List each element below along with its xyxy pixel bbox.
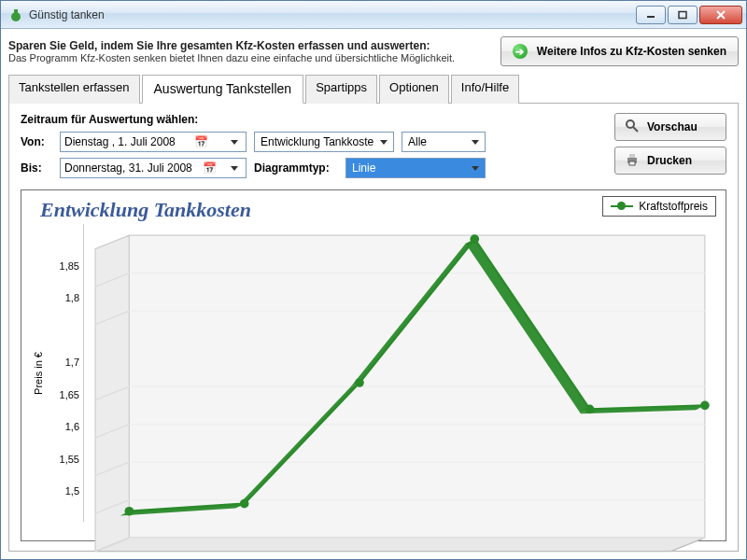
- bis-label: Bis:: [21, 161, 52, 175]
- svg-point-0: [11, 12, 21, 21]
- filter-combo[interactable]: Alle: [402, 132, 486, 152]
- charttype-combo[interactable]: Linie: [345, 158, 486, 178]
- svg-line-7: [633, 127, 638, 132]
- y-tick: 1,6: [65, 421, 79, 432]
- y-tick: 1,8: [65, 292, 79, 303]
- preview-button[interactable]: Vorschau: [614, 113, 726, 141]
- controls-left: Zeitraum für Auswertung wählen: Von: Die…: [21, 113, 486, 184]
- right-buttons: Vorschau Drucken: [614, 113, 726, 184]
- svg-rect-10: [629, 161, 635, 165]
- row-bis: Bis: Donnerstag, 31. Juli 2008 📅 Diagram…: [21, 158, 486, 178]
- window-title: Günstig tanken: [29, 8, 634, 21]
- tab-optionen[interactable]: Optionen: [379, 75, 449, 104]
- more-info-label: Weitere Infos zu Kfz-Kosten senken: [537, 45, 726, 58]
- tab-auswertung[interactable]: Auswertung Tankstellen: [142, 75, 304, 104]
- close-button[interactable]: [699, 6, 742, 24]
- minimize-button[interactable]: [636, 6, 666, 24]
- chart-svg: [84, 224, 716, 560]
- charttype-value: Linie: [352, 161, 375, 175]
- chevron-down-icon: [376, 133, 391, 150]
- svg-point-35: [355, 378, 364, 387]
- tab-info[interactable]: Info/Hilfe: [451, 75, 519, 104]
- maximize-button[interactable]: [668, 6, 698, 24]
- date-to-value: Donnerstag, 31. Juli 2008: [64, 161, 192, 175]
- plot-row: Preis in € 1,51,551,61,651,71,81,85: [31, 224, 716, 522]
- svg-point-6: [627, 120, 634, 128]
- chevron-down-icon: [468, 133, 483, 150]
- svg-rect-9: [629, 154, 635, 158]
- header-sub: Das Programm Kfz-Kosten senken bietet Ih…: [8, 52, 493, 63]
- svg-point-34: [240, 499, 249, 509]
- metric-value: Entwicklung Tankkoste: [261, 135, 374, 148]
- more-info-button[interactable]: ➔ Weitere Infos zu Kfz-Kosten senken: [500, 36, 739, 66]
- chevron-down-icon: [227, 160, 242, 176]
- von-label: Von:: [21, 135, 52, 148]
- timerange-label: Zeitraum für Auswertung wählen:: [21, 113, 486, 126]
- y-tick: 1,65: [60, 389, 79, 400]
- printer-icon: [625, 152, 640, 170]
- y-tick: 1,85: [60, 260, 79, 272]
- controls-area: Zeitraum für Auswertung wählen: Von: Die…: [21, 113, 726, 184]
- header-row: Sparen Sie Geld, indem Sie Ihre gesamten…: [8, 36, 739, 66]
- title-bar: Günstig tanken: [1, 1, 746, 29]
- header-bold: Sparen Sie Geld, indem Sie Ihre gesamten…: [8, 39, 493, 52]
- svg-point-38: [700, 400, 710, 410]
- legend-label: Kraftstoffpreis: [639, 200, 708, 213]
- y-tick: 1,55: [60, 454, 79, 465]
- header-text: Sparen Sie Geld, indem Sie Ihre gesamten…: [8, 39, 493, 63]
- app-window: Günstig tanken Sparen Sie Geld, indem Si…: [0, 0, 747, 560]
- metric-combo[interactable]: Entwicklung Tankkoste: [254, 132, 394, 152]
- chart-legend: Kraftstoffpreis: [602, 196, 716, 217]
- row-von: Von: Dienstag , 1. Juli 2008 📅 Entwicklu…: [21, 132, 486, 152]
- tab-erfassen[interactable]: Tankstellen erfassen: [8, 75, 140, 104]
- svg-rect-3: [679, 11, 686, 18]
- arrow-right-icon: ➔: [513, 44, 528, 59]
- y-axis-ticks: 1,51,551,61,651,71,81,85: [46, 224, 83, 522]
- preview-label: Vorschau: [647, 120, 698, 133]
- tab-body: Zeitraum für Auswertung wählen: Von: Die…: [8, 104, 739, 552]
- window-buttons: [634, 6, 742, 24]
- tab-bar: Tankstellen erfassen Auswertung Tankstel…: [8, 74, 739, 104]
- content-area: Sparen Sie Geld, indem Sie Ihre gesamten…: [1, 29, 746, 559]
- svg-point-36: [470, 234, 479, 244]
- svg-rect-1: [14, 9, 18, 13]
- calendar-icon: 📅: [202, 161, 217, 175]
- y-axis-label: Preis in €: [31, 224, 46, 522]
- diagrammtyp-label: Diagrammtyp:: [254, 161, 338, 175]
- app-icon: [8, 7, 23, 22]
- filter-value: Alle: [408, 135, 427, 148]
- y-tick: 1,5: [65, 485, 79, 497]
- svg-point-37: [585, 405, 595, 414]
- print-button[interactable]: Drucken: [614, 147, 726, 175]
- chevron-down-icon: [468, 160, 483, 176]
- date-from-value: Dienstag , 1. Juli 2008: [64, 135, 176, 148]
- date-to-input[interactable]: Donnerstag, 31. Juli 2008 📅: [60, 158, 247, 178]
- date-from-input[interactable]: Dienstag , 1. Juli 2008 📅: [60, 132, 247, 152]
- tab-spartipps[interactable]: Spartipps: [305, 75, 377, 104]
- legend-marker: [611, 205, 633, 207]
- y-tick: 1,7: [65, 357, 79, 368]
- calendar-icon: 📅: [193, 135, 208, 148]
- svg-point-33: [125, 507, 134, 516]
- svg-marker-12: [95, 538, 705, 552]
- plot-area: [83, 224, 716, 522]
- chart-panel: Entwicklung Tankkosten Kraftstoffpreis P…: [21, 189, 726, 541]
- print-label: Drucken: [647, 154, 692, 167]
- magnifier-icon: [625, 119, 640, 136]
- chevron-down-icon: [227, 133, 242, 150]
